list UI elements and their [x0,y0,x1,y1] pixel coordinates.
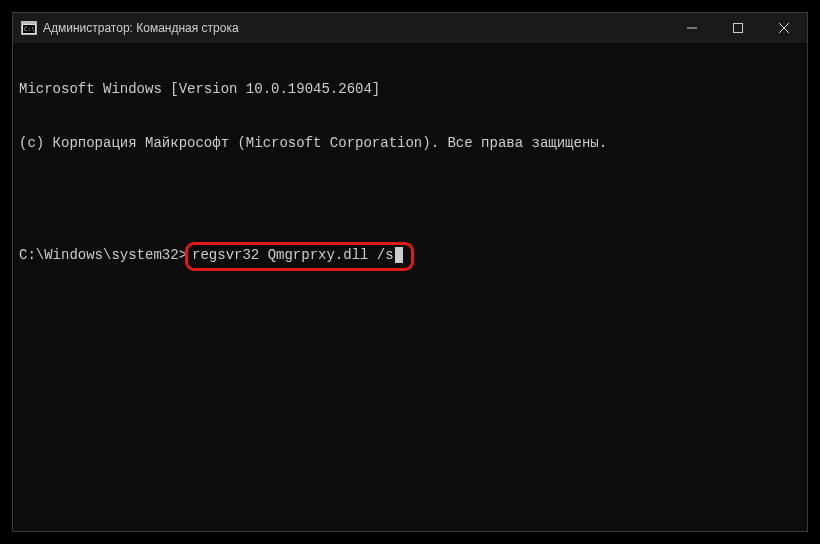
maximize-button[interactable] [715,13,761,43]
console-line: (c) Корпорация Майкрософт (Microsoft Cor… [19,135,801,153]
window-title: Администратор: Командная строка [43,21,239,35]
cmd-icon: C:\ [21,20,37,36]
prompt-path: C:\Windows\system32> [19,247,187,265]
window-controls [669,13,807,43]
text-cursor [395,247,403,263]
console-output[interactable]: Microsoft Windows [Version 10.0.19045.26… [13,43,807,531]
command-text: regsvr32 Qmgrprxy.dll /s [192,247,394,263]
svg-rect-5 [734,24,743,33]
command-prompt-window: C:\ Администратор: Командная строка Micr… [12,12,808,532]
command-highlight: regsvr32 Qmgrprxy.dll /s [185,242,414,271]
titlebar[interactable]: C:\ Администратор: Командная строка [13,13,807,43]
console-line: Microsoft Windows [Version 10.0.19045.26… [19,81,801,99]
prompt-line: C:\Windows\system32>regsvr32 Qmgrprxy.dl… [19,242,801,271]
console-blank-line [19,188,801,206]
close-button[interactable] [761,13,807,43]
svg-rect-1 [21,21,37,24]
minimize-button[interactable] [669,13,715,43]
svg-text:C:\: C:\ [24,25,35,32]
